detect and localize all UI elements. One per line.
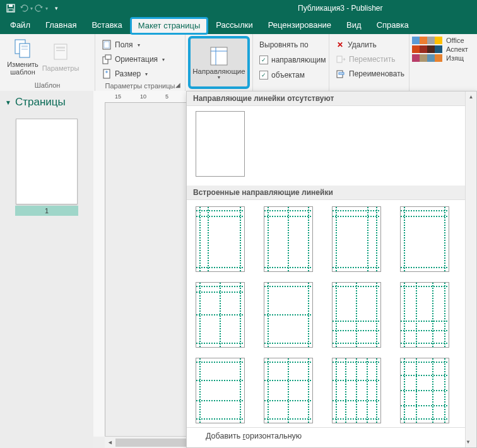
group-pages: ✕Удалить Переместить Переименовать <box>329 34 409 91</box>
menu-add-vertical[interactable]: Добавить вертикальную <box>187 444 476 447</box>
group-schemes: Office Аспект Изящ <box>409 34 477 91</box>
tab-review[interactable]: Рецензирование <box>261 16 339 34</box>
quick-access-toolbar: ▾ ▾ ▾ <box>0 1 63 15</box>
scheme-office[interactable]: Office <box>412 37 477 44</box>
builtin-guides-section-header: Встроенные направляющие линейки <box>187 186 476 200</box>
group-template-label: Шаблон <box>0 80 95 91</box>
page-params-dialog-launcher[interactable]: ◢ <box>175 81 183 89</box>
change-template-label: Изменить шаблон <box>4 61 42 76</box>
svg-rect-13 <box>105 55 111 59</box>
guides-preset-5[interactable] <box>196 282 245 348</box>
align-by-label: Выровнять по <box>257 38 311 52</box>
size-label: Размер <box>115 69 141 78</box>
svg-rect-7 <box>54 44 67 59</box>
options-label: Параметры <box>42 64 80 72</box>
tab-insert[interactable]: Вставка <box>84 16 129 34</box>
guides-label: Направляющие <box>192 68 245 75</box>
ribbon-tabs: Файл Главная Вставка Макет страницы Расс… <box>0 16 477 34</box>
margins-label: Поля <box>115 40 133 49</box>
tab-page-layout[interactable]: Макет страницы <box>130 17 209 35</box>
save-button[interactable] <box>4 1 18 15</box>
tab-mailings[interactable]: Рассылки <box>208 16 260 34</box>
redo-button[interactable]: ▾ <box>34 1 48 15</box>
guides-preset-1[interactable] <box>196 206 245 272</box>
gallery-row <box>187 276 476 351</box>
align-to-guides-checkbox[interactable]: ✓направляющим <box>257 53 329 67</box>
svg-rect-18 <box>337 56 342 62</box>
orientation-label: Ориентация <box>115 55 158 64</box>
guides-preset-3[interactable] <box>332 206 381 272</box>
dropdown-caret-icon: ▼ <box>217 75 221 80</box>
guides-preset-9[interactable] <box>196 358 245 423</box>
collapse-caret-icon: ▼ <box>5 99 11 106</box>
guides-preset-8[interactable] <box>400 282 449 348</box>
menu-add-horizontal[interactable]: Добавить горизонтальную <box>187 428 476 444</box>
ruler-corner <box>93 91 105 103</box>
window-title: Публикация3 - Publisher <box>298 4 382 13</box>
group-template: Изменить шаблон Параметры Шаблон <box>0 34 95 91</box>
scroll-down-arrow[interactable]: ▼ <box>466 437 471 447</box>
customize-qat-button[interactable]: ▾ <box>49 1 63 15</box>
title-bar: ▾ ▾ ▾ Публикация3 - Publisher <box>0 0 477 16</box>
svg-rect-8 <box>56 47 65 49</box>
svg-rect-1 <box>9 4 13 7</box>
guides-preset-none[interactable] <box>196 111 245 177</box>
gallery-menu: Добавить горизонтальную Добавить вертика… <box>187 427 476 447</box>
orientation-button[interactable]: Ориентация▾ <box>99 52 167 66</box>
svg-rect-2 <box>8 9 13 11</box>
svg-rect-6 <box>21 49 28 50</box>
tab-file[interactable]: Файл <box>3 16 38 34</box>
delete-page-button[interactable]: ✕Удалить <box>333 38 379 52</box>
options-button: Параметры <box>42 37 80 77</box>
guides-preset-7[interactable] <box>332 282 381 348</box>
pages-pane: ▼ Страницы 1 <box>0 91 93 448</box>
gallery-row <box>187 200 476 276</box>
guides-icon <box>208 46 230 66</box>
scroll-up-arrow[interactable]: ▲ <box>466 91 476 102</box>
no-guides-section-header: Направляющие линейки отсутствуют <box>187 91 476 106</box>
ribbon: Изменить шаблон Параметры Шаблон Поля▾ О… <box>0 34 477 91</box>
scroll-left-arrow[interactable]: ◄ <box>105 437 115 448</box>
page-thumbnail[interactable] <box>16 119 78 204</box>
gallery-vertical-scrollbar[interactable]: ▲ ▼ <box>465 91 476 447</box>
rename-page-button[interactable]: Переименовать <box>333 67 407 81</box>
group-page-params-label: Параметры страницы <box>95 81 185 91</box>
group-align: Выровнять по ✓направляющим ✓объектам <box>252 34 329 91</box>
svg-rect-9 <box>56 50 65 51</box>
guides-gallery-dropdown: Направляющие линейки отсутствуют Встроен… <box>186 91 477 448</box>
guides-preset-12[interactable] <box>400 358 449 423</box>
page-number-badge: 1 <box>15 206 78 216</box>
guides-preset-2[interactable] <box>264 206 313 272</box>
scheme-elegant[interactable]: Изящ <box>412 54 477 62</box>
size-button[interactable]: Размер▾ <box>99 67 150 81</box>
align-to-objects-checkbox[interactable]: ✓объектам <box>257 68 307 82</box>
gallery-row <box>187 351 476 427</box>
svg-rect-15 <box>211 47 227 65</box>
guides-preset-4[interactable] <box>400 206 449 272</box>
tab-help[interactable]: Справка <box>369 16 416 34</box>
tab-home[interactable]: Главная <box>38 16 84 34</box>
group-page-params: Поля▾ Ориентация▾ Размер▾ Параметры стра… <box>95 34 186 91</box>
svg-rect-5 <box>21 45 28 47</box>
change-template-button[interactable]: Изменить шаблон <box>4 37 42 77</box>
tab-view[interactable]: Вид <box>339 16 369 34</box>
guides-preset-11[interactable] <box>332 358 381 423</box>
move-page-button: Переместить <box>333 52 398 66</box>
svg-rect-20 <box>339 73 344 74</box>
undo-button[interactable]: ▾ <box>19 1 33 15</box>
vertical-ruler[interactable] <box>93 102 105 437</box>
margins-button[interactable]: Поля▾ <box>99 38 143 52</box>
guides-preset-10[interactable] <box>264 358 313 423</box>
scheme-aspect[interactable]: Аспект <box>412 45 477 53</box>
guides-preset-6[interactable] <box>264 282 313 348</box>
guides-button[interactable]: Направляющие ▼ <box>188 36 250 89</box>
pages-pane-header[interactable]: ▼ Страницы <box>0 91 93 111</box>
